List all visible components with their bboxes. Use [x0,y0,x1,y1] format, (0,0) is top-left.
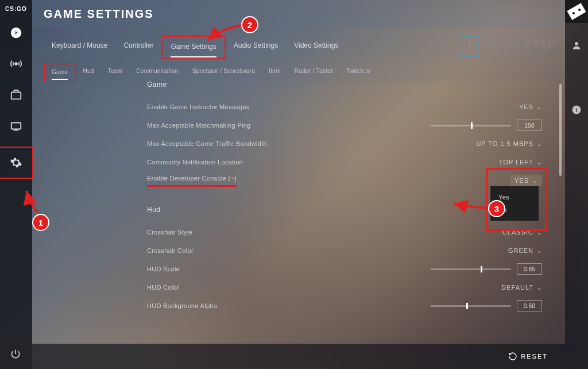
label-community: Community Notification Location [147,159,243,166]
subtab-radar[interactable]: Radar / Tablet [288,63,339,82]
value-devconsole[interactable]: YES⌄ [473,175,542,186]
row-community: Community Notification Location TOP LEFT… [147,153,542,171]
chevron-down-icon: ⌄ [537,285,542,291]
watermark-logo-icon [459,36,479,57]
value-bandwidth[interactable]: UP TO 1.5 MBPS⌄ [473,140,542,147]
subtab-twitch[interactable]: Twitch.tv [339,63,377,82]
row-crosshair-color: Crosshair Color GREEN⌄ [147,241,542,260]
label-instructor: Enable Game Instructor Messages [147,103,250,110]
slider-hud-scale[interactable] [431,268,511,270]
chevron-down-icon: ⌄ [537,159,542,166]
tab-keyboard-mouse[interactable]: Keyboard / Mouse [44,36,115,59]
watch-icon[interactable] [6,116,26,136]
settings-panel: Game Enable Game Instructor Messages YES… [147,80,542,339]
sidebar-left: CS:GO [0,0,32,369]
info-icon[interactable]: i [571,105,582,117]
slider-hud-bg-alpha[interactable] [431,305,511,307]
scrollbar[interactable] [559,84,562,176]
svg-text:i: i [576,107,578,113]
tab-game-settings[interactable]: Game Settings [161,36,225,59]
value-crosshair-color[interactable]: GREEN⌄ [473,247,542,254]
subtab-game[interactable]: Game [44,63,76,82]
value-ping[interactable]: 150 [517,120,542,131]
label-hud-bg-alpha: HUD Background Alpha [147,302,217,309]
profile-icon[interactable] [571,40,582,53]
subtab-communication[interactable]: Communication [129,63,185,82]
annotation-callout-1: 1 [32,214,49,231]
settings-highlight-box [0,147,33,179]
play-icon[interactable] [6,22,26,43]
tab-controller[interactable]: Controller [115,36,161,59]
svg-rect-3 [11,123,21,129]
subtab-item[interactable]: Item [262,63,288,82]
section-title-hud: Hud [147,206,542,214]
chevron-down-icon: ⌄ [537,248,542,254]
rail-right: i [565,0,588,369]
row-crosshair-style: Crosshair Style CLASSIC⌄ [147,223,542,241]
label-ping: Max Acceptable Matchmaking Ping [147,122,251,129]
inventory-icon[interactable] [6,84,26,105]
label-hud-scale: HUD Scale [147,266,180,272]
slider-ping[interactable] [431,125,511,126]
svg-point-1 [15,63,17,65]
subtab-spectator[interactable]: Spectator / Scoreboard [185,63,262,82]
label-bandwidth: Max Acceptable Game Traffic Bandwidth [147,140,267,147]
annotation-callout-3: 3 [488,200,505,217]
header-bar: GAME SETTINGS [32,0,565,28]
row-hud-color: HUD Color DEFAULT⌄ [147,278,542,297]
value-hud-scale[interactable]: 0.85 [517,263,542,275]
chevron-down-icon: ⌄ [532,178,537,184]
logo: CS:GO [5,6,27,12]
annotation-callout-2: 2 [241,16,258,33]
value-crosshair-style[interactable]: CLASSIC⌄ [473,229,542,236]
label-hud-color: HUD Color [147,284,179,291]
label-crosshair-style: Crosshair Style [147,229,192,236]
row-bandwidth: Max Acceptable Game Traffic Bandwidth UP… [147,134,542,153]
label-crosshair-color: Crosshair Color [147,247,194,254]
value-hud-color[interactable]: DEFAULT⌄ [473,284,542,291]
value-community[interactable]: TOP LEFT⌄ [473,159,542,166]
row-hud-scale: HUD Scale 0.85 [147,260,542,278]
value-instructor[interactable]: YES⌄ [473,103,542,110]
chevron-down-icon: ⌄ [537,229,542,236]
row-devconsole: Enable Developer Console (~) YES⌄ Yes No [147,171,542,190]
subtab-team[interactable]: Team [101,63,130,82]
tab-video-settings[interactable]: Video Settings [286,36,346,59]
watermark: driver easy www.DriverEasy.com [459,36,554,57]
svg-point-4 [575,42,578,45]
subtab-hud[interactable]: Hud [76,63,100,82]
tabs-secondary: Game Hud Team Communication Spectator / … [32,59,565,82]
row-hud-bg-alpha: HUD Background Alpha 0.50 [147,297,542,315]
label-devconsole: Enable Developer Console (~) [147,175,237,187]
broadcast-icon[interactable] [6,53,26,74]
value-hud-bg-alpha[interactable]: 0.50 [517,300,542,312]
power-icon[interactable] [10,348,21,362]
chevron-down-icon: ⌄ [537,104,542,110]
settings-gear-icon[interactable] [6,152,26,173]
page-title: GAME SETTINGS [44,7,154,21]
row-ping: Max Acceptable Matchmaking Ping 150 [147,116,542,134]
row-instructor: Enable Game Instructor Messages YES⌄ [147,98,542,116]
section-title-game: Game [147,80,542,89]
svg-rect-2 [11,92,21,99]
chevron-down-icon: ⌄ [537,141,542,147]
tab-audio-settings[interactable]: Audio Settings [226,36,286,59]
avatar[interactable] [565,0,588,23]
